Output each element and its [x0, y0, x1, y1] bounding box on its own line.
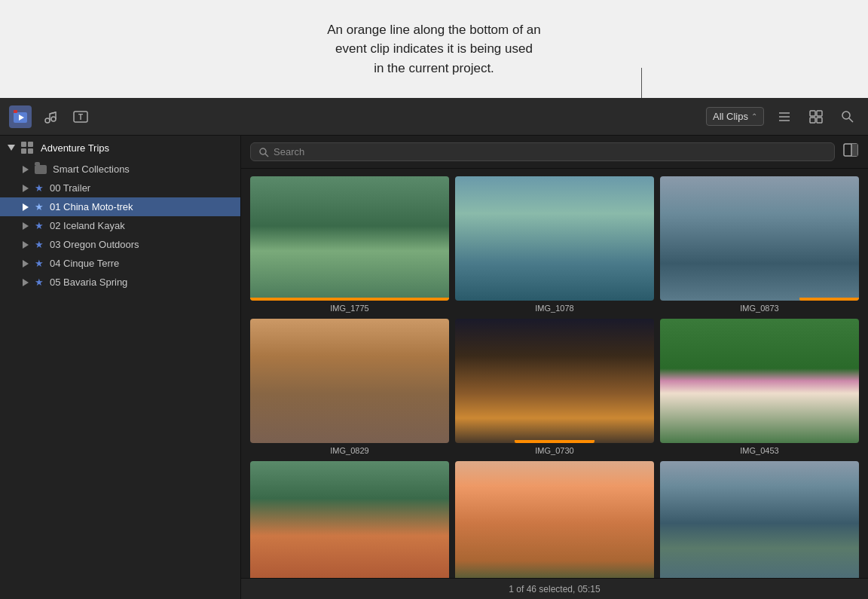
media-thumb-img0829: [250, 319, 449, 443]
toolbar-right: All Clips ⌃: [706, 105, 859, 128]
all-clips-label: All Clips: [713, 111, 748, 122]
root-chevron-icon: [8, 145, 15, 151]
cinque-chevron-icon: [23, 260, 29, 267]
oregon-chevron-icon: [23, 241, 29, 249]
grid-icon: [21, 142, 35, 154]
sidebar-item-bavaria-label: 05 Bavaria Spring: [50, 277, 127, 288]
tooltip-banner: An orange line along the bottom of an ev…: [0, 0, 868, 98]
status-text: 1 of 46 selected, 05:15: [509, 584, 600, 594]
events-icon[interactable]: [9, 105, 32, 128]
media-label-img0453: IMG_0453: [660, 446, 859, 455]
oregon-star-icon: ★: [35, 239, 44, 250]
sidebar: Adventure Trips Smart Collections ★ 00 T…: [0, 136, 241, 599]
media-thumb-img0361: [455, 461, 654, 578]
svg-rect-2: [14, 110, 17, 113]
svg-rect-24: [851, 144, 857, 156]
app-container: T All Clips ⌃: [0, 98, 868, 599]
svg-point-3: [45, 118, 50, 123]
iceland-chevron-icon: [23, 222, 29, 230]
grid-view-icon[interactable]: [805, 105, 827, 128]
search-box[interactable]: [250, 142, 835, 161]
media-item-img1078[interactable]: IMG_1078: [455, 176, 654, 313]
all-clips-chevron: ⌃: [751, 112, 757, 121]
tooltip-text: An orange line along the bottom of an ev…: [327, 20, 541, 78]
media-item-img0829[interactable]: IMG_0829: [250, 319, 449, 455]
media-thumb-img0322: [660, 461, 859, 578]
svg-rect-11: [810, 111, 815, 116]
trailer-chevron-icon: [23, 185, 29, 192]
media-item-img0873[interactable]: IMG_0873: [660, 176, 859, 313]
trailer-star-icon: ★: [35, 182, 44, 194]
sidebar-root-label: Adventure Trips: [41, 142, 109, 154]
sidebar-item-iceland-label: 02 Iceland Kayak: [50, 220, 125, 231]
search-toolbar-icon[interactable]: [836, 105, 859, 128]
sidebar-item-trailer-label: 00 Trailer: [50, 182, 90, 194]
media-thumb-img0453: [660, 319, 859, 443]
bavaria-star-icon: ★: [35, 277, 44, 288]
content-panel: IMG_1775 IMG_1078 IMG_0873: [241, 136, 868, 599]
sidebar-item-03-oregon[interactable]: ★ 03 Oregon Outdoors: [0, 235, 240, 254]
svg-point-21: [260, 148, 266, 154]
media-item-img1775[interactable]: IMG_1775: [250, 176, 449, 313]
svg-rect-13: [810, 118, 815, 123]
cinque-star-icon: ★: [35, 258, 44, 269]
toolbar: T All Clips ⌃: [0, 98, 868, 136]
bavaria-chevron-icon: [23, 279, 29, 286]
svg-rect-20: [28, 148, 33, 154]
sidebar-root[interactable]: Adventure Trips: [0, 136, 240, 160]
media-label-img0873: IMG_0873: [660, 304, 859, 313]
media-thumb-img0367: [250, 461, 449, 578]
folder-icon: [35, 165, 47, 174]
svg-rect-17: [21, 142, 26, 147]
media-label-img0730: IMG_0730: [455, 446, 654, 455]
media-item-img0361[interactable]: IMG_0361: [455, 461, 654, 578]
svg-line-22: [265, 154, 268, 157]
titles-icon[interactable]: T: [69, 105, 92, 128]
svg-rect-12: [817, 111, 822, 116]
smart-collections-chevron-icon: [23, 166, 29, 173]
china-star-icon: ★: [35, 201, 44, 212]
content-header: [241, 136, 868, 169]
svg-text:T: T: [78, 113, 83, 121]
used-indicator-img1775: [250, 298, 449, 301]
sidebar-item-oregon-label: 03 Oregon Outdoors: [50, 239, 139, 250]
all-clips-button[interactable]: All Clips ⌃: [706, 107, 764, 126]
panel-toggle-icon[interactable]: [842, 142, 859, 162]
media-label-img1078: IMG_1078: [455, 304, 654, 313]
used-indicator-img0730: [515, 440, 594, 443]
sidebar-item-01-china[interactable]: ★ 01 China Moto-trek: [0, 197, 240, 216]
sidebar-item-china-label: 01 China Moto-trek: [50, 201, 133, 212]
list-view-icon[interactable]: [773, 105, 796, 128]
toolbar-left: T: [9, 105, 700, 128]
media-item-img0367[interactable]: IMG_0367: [250, 461, 449, 578]
sidebar-item-02-iceland[interactable]: ★ 02 Iceland Kayak: [0, 216, 240, 235]
sidebar-item-05-bavaria[interactable]: ★ 05 Bavaria Spring: [0, 273, 240, 292]
media-thumb-img1775: [250, 176, 449, 301]
media-grid: IMG_1775 IMG_1078 IMG_0873: [241, 169, 868, 578]
svg-rect-18: [28, 142, 33, 147]
media-thumb-img0873: [660, 176, 859, 301]
sidebar-item-smart-collections[interactable]: Smart Collections: [0, 160, 240, 179]
search-icon: [258, 147, 269, 157]
media-item-img0322[interactable]: IMG_0322: [660, 461, 859, 578]
media-item-img0453[interactable]: IMG_0453: [660, 319, 859, 455]
svg-rect-19: [21, 148, 26, 154]
svg-point-4: [51, 117, 56, 121]
sidebar-item-04-cinque[interactable]: ★ 04 Cinque Terre: [0, 254, 240, 273]
china-chevron-icon: [23, 203, 29, 211]
sidebar-item-smart-collections-label: Smart Collections: [53, 164, 130, 175]
search-input[interactable]: [274, 146, 827, 157]
media-item-img0730[interactable]: IMG_0730: [455, 319, 654, 455]
svg-rect-14: [817, 118, 822, 123]
svg-point-15: [842, 112, 850, 119]
svg-line-5: [50, 112, 56, 114]
sidebar-item-00-trailer[interactable]: ★ 00 Trailer: [0, 179, 240, 197]
status-bar: 1 of 46 selected, 05:15: [241, 578, 868, 599]
media-thumb-img0730: [455, 319, 654, 443]
svg-line-16: [849, 118, 853, 122]
used-indicator-img0873: [799, 298, 859, 301]
media-label-img0829: IMG_0829: [250, 446, 449, 455]
sidebar-item-cinque-label: 04 Cinque Terre: [50, 258, 119, 269]
media-label-img1775: IMG_1775: [250, 304, 449, 313]
music-icon[interactable]: [39, 105, 62, 128]
